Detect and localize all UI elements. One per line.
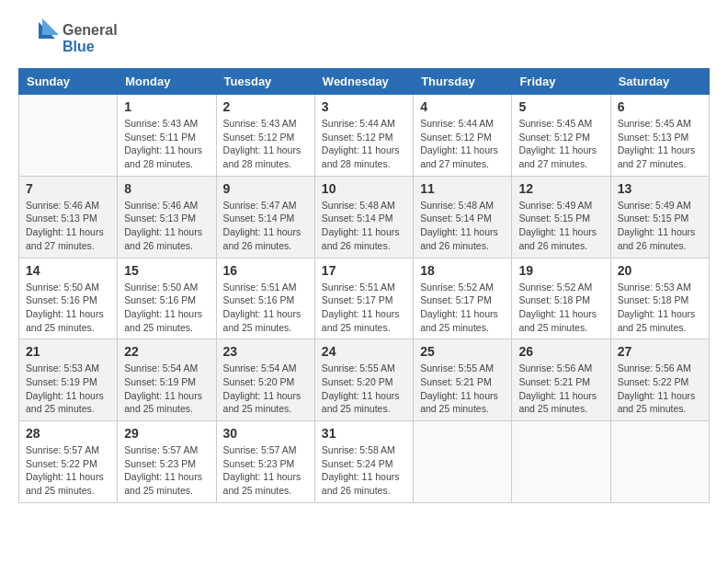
day-info: Sunrise: 5:45 AMSunset: 5:13 PMDaylight:… (618, 117, 702, 171)
day-info: Sunrise: 5:54 AMSunset: 5:20 PMDaylight:… (223, 362, 308, 416)
day-info: Sunrise: 5:47 AMSunset: 5:14 PMDaylight:… (223, 199, 308, 253)
day-number: 28 (26, 426, 110, 441)
day-info: Sunrise: 5:55 AMSunset: 5:21 PMDaylight:… (420, 362, 505, 416)
day-info: Sunrise: 5:57 AMSunset: 5:23 PMDaylight:… (223, 443, 308, 498)
day-info: Sunrise: 5:57 AMSunset: 5:22 PMDaylight:… (26, 443, 110, 498)
calendar-day-cell: 14Sunrise: 5:50 AMSunset: 5:16 PMDayligh… (19, 258, 118, 339)
calendar-day-cell: 20Sunrise: 5:53 AMSunset: 5:18 PMDayligh… (610, 258, 709, 339)
empty-cell (610, 421, 709, 503)
day-number: 12 (518, 181, 603, 196)
empty-cell (414, 421, 512, 503)
calendar-day-cell: 5Sunrise: 5:45 AMSunset: 5:12 PMDaylight… (512, 95, 610, 177)
calendar-header-row: SundayMondayTuesdayWednesdayThursdayFrid… (19, 69, 710, 95)
calendar-day-cell: 24Sunrise: 5:55 AMSunset: 5:20 PMDayligh… (314, 339, 413, 421)
calendar-day-cell: 30Sunrise: 5:57 AMSunset: 5:23 PMDayligh… (216, 421, 314, 503)
day-info: Sunrise: 5:45 AMSunset: 5:12 PMDaylight:… (518, 117, 603, 171)
day-number: 5 (518, 99, 603, 114)
day-info: Sunrise: 5:56 AMSunset: 5:21 PMDaylight:… (518, 362, 603, 416)
day-number: 15 (124, 263, 209, 278)
day-number: 2 (223, 99, 308, 114)
day-info: Sunrise: 5:55 AMSunset: 5:20 PMDaylight:… (322, 362, 406, 416)
day-number: 31 (322, 426, 406, 441)
day-number: 14 (26, 263, 110, 278)
weekday-header-friday: Friday (512, 69, 610, 95)
calendar-day-cell: 3Sunrise: 5:44 AMSunset: 5:12 PMDaylight… (314, 95, 413, 177)
calendar-body: 1Sunrise: 5:43 AMSunset: 5:11 PMDaylight… (19, 95, 710, 503)
day-info: Sunrise: 5:52 AMSunset: 5:17 PMDaylight:… (420, 281, 505, 335)
day-number: 17 (322, 263, 406, 278)
logo: GeneralBlue (18, 18, 118, 59)
logo-general-text: General (63, 22, 118, 39)
svg-marker-1 (42, 18, 59, 35)
day-info: Sunrise: 5:43 AMSunset: 5:11 PMDaylight:… (124, 117, 209, 171)
weekday-header-monday: Monday (118, 69, 216, 95)
calendar-day-cell: 31Sunrise: 5:58 AMSunset: 5:24 PMDayligh… (314, 421, 413, 503)
day-info: Sunrise: 5:48 AMSunset: 5:14 PMDaylight:… (420, 199, 505, 253)
day-number: 16 (223, 263, 308, 278)
day-info: Sunrise: 5:52 AMSunset: 5:18 PMDaylight:… (518, 281, 603, 335)
calendar-day-cell: 21Sunrise: 5:53 AMSunset: 5:19 PMDayligh… (19, 339, 118, 421)
weekday-header-sunday: Sunday (19, 69, 118, 95)
day-info: Sunrise: 5:50 AMSunset: 5:16 PMDaylight:… (26, 281, 110, 335)
day-info: Sunrise: 5:58 AMSunset: 5:24 PMDaylight:… (322, 443, 406, 498)
day-number: 19 (518, 263, 603, 278)
empty-cell (512, 421, 610, 503)
day-info: Sunrise: 5:51 AMSunset: 5:16 PMDaylight:… (223, 281, 308, 335)
calendar-day-cell: 6Sunrise: 5:45 AMSunset: 5:13 PMDaylight… (610, 95, 709, 177)
calendar-day-cell: 11Sunrise: 5:48 AMSunset: 5:14 PMDayligh… (414, 176, 512, 258)
weekday-header-thursday: Thursday (414, 69, 512, 95)
day-info: Sunrise: 5:44 AMSunset: 5:12 PMDaylight:… (420, 117, 505, 171)
logo-icon (18, 18, 59, 59)
day-info: Sunrise: 5:57 AMSunset: 5:23 PMDaylight:… (124, 443, 209, 498)
calendar-day-cell: 9Sunrise: 5:47 AMSunset: 5:14 PMDaylight… (216, 176, 314, 258)
calendar-table: SundayMondayTuesdayWednesdayThursdayFrid… (18, 68, 710, 503)
calendar-day-cell: 18Sunrise: 5:52 AMSunset: 5:17 PMDayligh… (414, 258, 512, 339)
day-number: 25 (420, 344, 505, 359)
logo-blue-text: Blue (63, 39, 118, 55)
calendar-week-row: 21Sunrise: 5:53 AMSunset: 5:19 PMDayligh… (19, 339, 710, 421)
calendar-day-cell: 29Sunrise: 5:57 AMSunset: 5:23 PMDayligh… (118, 421, 216, 503)
weekday-header-wednesday: Wednesday (314, 69, 413, 95)
calendar-day-cell: 23Sunrise: 5:54 AMSunset: 5:20 PMDayligh… (216, 339, 314, 421)
day-info: Sunrise: 5:49 AMSunset: 5:15 PMDaylight:… (618, 199, 702, 253)
day-number: 18 (420, 263, 505, 278)
calendar-day-cell: 13Sunrise: 5:49 AMSunset: 5:15 PMDayligh… (610, 176, 709, 258)
calendar-day-cell: 17Sunrise: 5:51 AMSunset: 5:17 PMDayligh… (314, 258, 413, 339)
day-number: 24 (322, 344, 406, 359)
calendar-day-cell: 27Sunrise: 5:56 AMSunset: 5:22 PMDayligh… (610, 339, 709, 421)
calendar-day-cell: 7Sunrise: 5:46 AMSunset: 5:13 PMDaylight… (19, 176, 118, 258)
day-number: 10 (322, 181, 406, 196)
calendar-day-cell: 26Sunrise: 5:56 AMSunset: 5:21 PMDayligh… (512, 339, 610, 421)
day-number: 13 (618, 181, 702, 196)
calendar-day-cell: 8Sunrise: 5:46 AMSunset: 5:13 PMDaylight… (118, 176, 216, 258)
day-info: Sunrise: 5:56 AMSunset: 5:22 PMDaylight:… (618, 362, 702, 416)
calendar-week-row: 7Sunrise: 5:46 AMSunset: 5:13 PMDaylight… (19, 176, 710, 258)
day-number: 29 (124, 426, 209, 441)
day-info: Sunrise: 5:46 AMSunset: 5:13 PMDaylight:… (26, 199, 110, 253)
day-number: 7 (26, 181, 110, 196)
day-info: Sunrise: 5:48 AMSunset: 5:14 PMDaylight:… (322, 199, 406, 253)
day-number: 22 (124, 344, 209, 359)
calendar-week-row: 14Sunrise: 5:50 AMSunset: 5:16 PMDayligh… (19, 258, 710, 339)
day-info: Sunrise: 5:44 AMSunset: 5:12 PMDaylight:… (322, 117, 406, 171)
empty-cell (19, 95, 118, 177)
calendar-day-cell: 16Sunrise: 5:51 AMSunset: 5:16 PMDayligh… (216, 258, 314, 339)
day-info: Sunrise: 5:53 AMSunset: 5:19 PMDaylight:… (26, 362, 110, 416)
page-header: GeneralBlue (18, 18, 710, 59)
calendar-day-cell: 1Sunrise: 5:43 AMSunset: 5:11 PMDaylight… (118, 95, 216, 177)
weekday-header-tuesday: Tuesday (216, 69, 314, 95)
calendar-day-cell: 19Sunrise: 5:52 AMSunset: 5:18 PMDayligh… (512, 258, 610, 339)
day-info: Sunrise: 5:54 AMSunset: 5:19 PMDaylight:… (124, 362, 209, 416)
calendar-day-cell: 28Sunrise: 5:57 AMSunset: 5:22 PMDayligh… (19, 421, 118, 503)
day-number: 3 (322, 99, 406, 114)
calendar-week-row: 28Sunrise: 5:57 AMSunset: 5:22 PMDayligh… (19, 421, 710, 503)
calendar-day-cell: 15Sunrise: 5:50 AMSunset: 5:16 PMDayligh… (118, 258, 216, 339)
day-info: Sunrise: 5:53 AMSunset: 5:18 PMDaylight:… (618, 281, 702, 335)
day-info: Sunrise: 5:50 AMSunset: 5:16 PMDaylight:… (124, 281, 209, 335)
calendar-day-cell: 25Sunrise: 5:55 AMSunset: 5:21 PMDayligh… (414, 339, 512, 421)
calendar-day-cell: 10Sunrise: 5:48 AMSunset: 5:14 PMDayligh… (314, 176, 413, 258)
day-number: 6 (618, 99, 702, 114)
day-number: 21 (26, 344, 110, 359)
day-info: Sunrise: 5:51 AMSunset: 5:17 PMDaylight:… (322, 281, 406, 335)
day-info: Sunrise: 5:43 AMSunset: 5:12 PMDaylight:… (223, 117, 308, 171)
